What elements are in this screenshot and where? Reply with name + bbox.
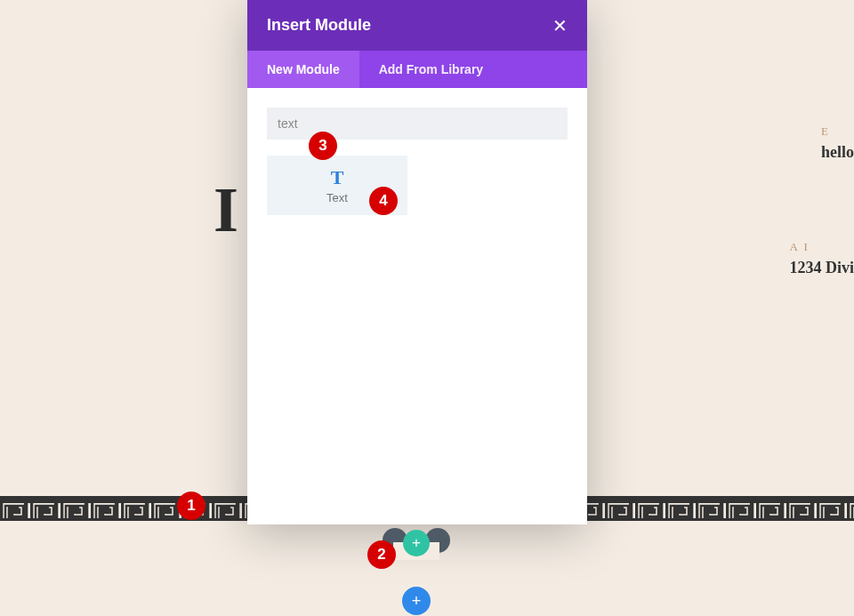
tab-add-from-library[interactable]: Add From Library	[359, 51, 503, 88]
contact-block-1: E hello	[821, 124, 854, 162]
modal-tabs: New Module Add From Library	[247, 51, 587, 88]
module-search-input[interactable]	[267, 108, 568, 140]
callout-badge-3: 3	[309, 132, 337, 160]
modal-body: T Text	[247, 88, 587, 524]
row-add-control: +	[395, 523, 422, 549]
modal-title: Insert Module	[267, 16, 371, 35]
contact-block-2: A I 1234 Divi	[789, 240, 854, 277]
callout-badge-2: 2	[367, 540, 396, 569]
contact-value-1: hello	[821, 143, 854, 162]
modal-header: Insert Module ✕	[247, 0, 587, 51]
add-section-button[interactable]: +	[402, 587, 431, 615]
tab-new-module[interactable]: New Module	[247, 51, 359, 88]
contact-value-2: 1234 Divi	[789, 259, 854, 277]
insert-module-modal: Insert Module ✕ New Module Add From Libr…	[247, 0, 587, 524]
contact-label-2: A I	[789, 240, 854, 254]
close-icon[interactable]: ✕	[552, 17, 568, 35]
callout-badge-4: 4	[369, 187, 398, 215]
text-module-icon: T	[267, 168, 407, 188]
add-row-button[interactable]: +	[403, 530, 430, 556]
contact-label-1: E	[821, 124, 854, 139]
callout-badge-1: 1	[177, 492, 205, 520]
